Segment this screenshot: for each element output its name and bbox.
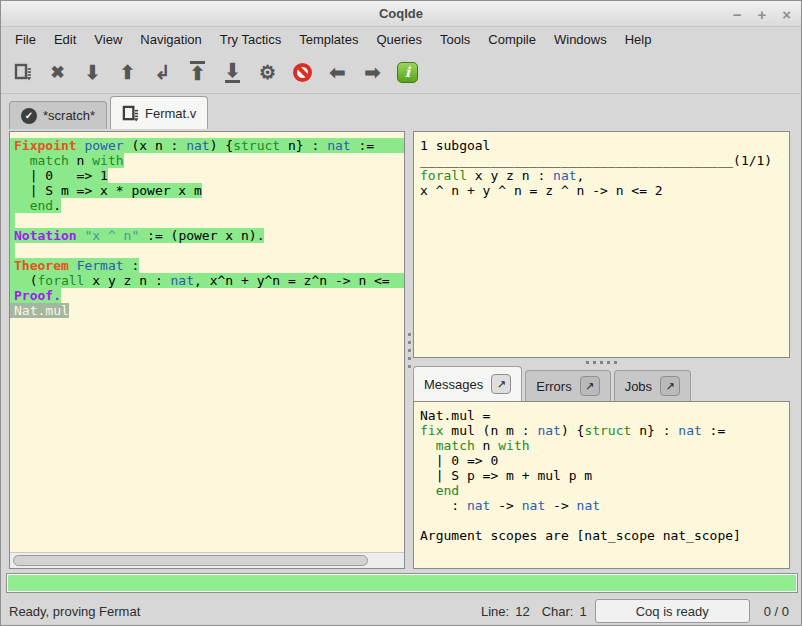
navigate-forward-button[interactable]: ➡ [359,57,386,87]
menu-item-view[interactable]: View [85,29,131,50]
no-entry-icon [293,63,312,82]
arrow-down-to-bar-icon: ⬇ [225,61,241,83]
save-icon [14,63,32,81]
tab-errors[interactable]: Errors ↗ [525,370,610,401]
go-to-end-button[interactable]: ⬇ [219,57,246,87]
tab-label: Jobs [625,379,652,394]
arrow-left-icon: ⬅ [330,63,346,82]
code-line: fix mul (n m : nat) {struct n} : nat := [416,423,789,438]
save-button[interactable] [9,57,36,87]
go-to-cursor-button[interactable]: ↲ [149,57,176,87]
code-line [10,213,404,228]
messages-pane[interactable]: Nat.mul =fix mul (n m : nat) {struct n} … [413,401,790,569]
arrow-up-icon: ⬆ [120,63,136,82]
close-x-icon: ✖ [50,64,64,81]
editor-horizontal-scrollbar[interactable] [10,552,404,568]
arrow-right-icon: ➡ [365,63,381,82]
status-bar: Ready, proving Fermat Line: 12 Char: 1 C… [1,595,801,626]
tab-messages[interactable]: Messages ↗ [413,366,522,401]
navigate-back-button[interactable]: ⬅ [324,57,351,87]
horizontal-splitter[interactable] [413,358,790,366]
code-line [10,243,404,258]
code-line: Nat.mul = [416,408,789,423]
code-line: ________________________________________… [416,153,789,168]
code-line: Theorem Fermat : [10,258,404,273]
goals-pane[interactable]: 1 subgoal_______________________________… [413,131,790,358]
about-button[interactable]: i [394,57,421,87]
detach-arrow-icon[interactable]: ↗ [580,376,600,396]
detach-arrow-icon[interactable]: ↗ [491,374,511,394]
go-to-cursor-icon: ↲ [155,63,171,82]
menu-item-try-tactics[interactable]: Try Tactics [211,29,290,50]
code-line: | 0 => 0 [416,453,789,468]
code-line: | S m => x * power x m [10,183,404,198]
tab-label: *scratch* [43,108,95,123]
menu-item-navigation[interactable]: Navigation [131,29,210,50]
messages-code: Nat.mul =fix mul (n m : nat) {struct n} … [414,402,789,543]
code-line: Fixpoint power (x n : nat) {struct n} : … [10,138,404,153]
code-line: match n with [10,153,404,168]
messages-tab-bar: Messages ↗ Errors ↗ Jobs ↗ [413,366,691,401]
tab-jobs[interactable]: Jobs ↗ [614,370,691,401]
gear-icon: ⚙ [259,63,276,82]
tab-label: Errors [536,379,571,394]
title-bar[interactable]: CoqIde − + × [1,1,801,27]
char-label: Char: [542,604,574,619]
code-line [416,513,789,528]
close-icon[interactable]: × [782,7,791,22]
info-bubble-icon: i [397,62,418,83]
code-line: | S p => m + mul p m [416,468,789,483]
status-message: Ready, proving Fermat [9,604,469,619]
tab-scratch[interactable]: ✓ *scratch* [9,101,107,129]
code-line: | 0 => 1 [10,168,404,183]
maximize-icon[interactable]: + [757,7,766,22]
close-buffer-button[interactable]: ✖ [44,57,71,87]
arrow-down-icon: ⬇ [85,63,101,82]
progress-bar [6,573,798,593]
menu-item-help[interactable]: Help [616,29,661,50]
line-label: Line: [481,604,509,619]
code-line: end [416,483,789,498]
menu-item-queries[interactable]: Queries [367,29,431,50]
code-line: match n with [416,438,789,453]
step-backward-button[interactable]: ⬆ [114,57,141,87]
char-value: 1 [579,604,586,619]
vertical-splitter[interactable] [405,131,413,569]
editor-code: Fixpoint power (x n : nat) {struct n} : … [10,132,404,318]
detach-arrow-icon[interactable]: ↗ [660,376,680,396]
save-page-icon [122,105,139,122]
tab-label: Messages [424,377,483,392]
interrupt-button[interactable] [289,57,316,87]
minimize-icon[interactable]: − [733,7,742,22]
coqide-window: CoqIde − + × FileEditViewNavigationTry T… [0,0,802,626]
menu-item-tools[interactable]: Tools [431,29,479,50]
code-line: 1 subgoal [416,138,789,153]
code-line: Proof. [10,288,404,303]
scrollbar-thumb[interactable] [13,555,368,566]
arrow-up-to-bar-icon: ⬆ [190,61,206,83]
menu-item-templates[interactable]: Templates [290,29,367,50]
code-line: x ^ n + y ^ n = z ^ n -> n <= 2 [416,183,789,198]
coq-status-indicator: Coq is ready [595,599,750,623]
code-line: (forall x y z n : nat, x^n + y^n = z^n -… [10,273,404,288]
code-line: Argument scopes are [nat_scope nat_scope… [416,528,789,543]
code-line: Notation "x ^ n" := (power x n). [10,228,404,243]
menu-item-compile[interactable]: Compile [479,29,545,50]
window-title: CoqIde [379,6,423,21]
toolbar: ✖ ⬇ ⬆ ↲ ⬆ ⬇ ⚙ ⬅ ➡ i [1,51,801,94]
step-forward-button[interactable]: ⬇ [79,57,106,87]
tab-fermat[interactable]: Fermat.v [110,96,208,129]
fully-check-button[interactable]: ⚙ [254,57,281,87]
script-editor-pane[interactable]: Fixpoint power (x n : nat) {struct n} : … [9,131,405,569]
menu-item-windows[interactable]: Windows [545,29,616,50]
jobs-counter: 0 / 0 [764,604,789,619]
progress-fill [8,575,796,591]
menu-item-edit[interactable]: Edit [45,29,85,50]
code-line: : nat -> nat -> nat [416,498,789,513]
tab-label: Fermat.v [145,106,196,121]
restart-button[interactable]: ⬆ [184,57,211,87]
code-line: end. [10,198,404,213]
menu-item-file[interactable]: File [6,29,45,50]
line-value: 12 [515,604,529,619]
document-tab-bar: ✓ *scratch* Fermat.v [1,96,801,129]
